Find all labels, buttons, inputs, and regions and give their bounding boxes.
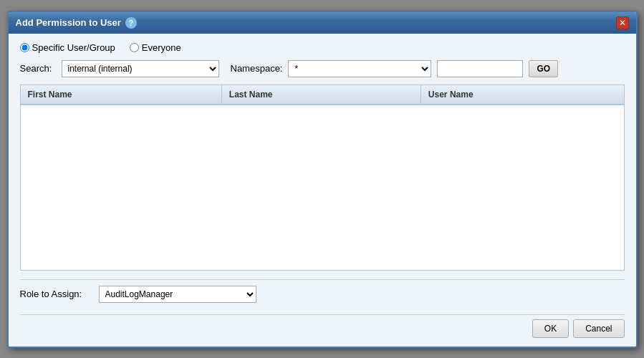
table-header: First Name Last Name User Name bbox=[21, 85, 624, 105]
add-permission-dialog: Add Permission to User ? ✕ Specific User… bbox=[7, 11, 638, 348]
everyone-radio-label[interactable]: Everyone bbox=[130, 42, 181, 53]
search-label: Search: bbox=[20, 63, 56, 74]
col-firstname: First Name bbox=[21, 85, 222, 105]
cancel-button[interactable]: Cancel bbox=[573, 319, 624, 338]
go-button[interactable]: GO bbox=[529, 60, 558, 77]
dialog-titlebar: Add Permission to User ? ✕ bbox=[9, 12, 636, 34]
everyone-label: Everyone bbox=[142, 42, 181, 53]
button-row: OK Cancel bbox=[20, 314, 625, 338]
search-row: Search: internal (internal) external (ex… bbox=[20, 60, 625, 77]
radio-row: Specific User/Group Everyone bbox=[20, 42, 625, 53]
col-lastname: Last Name bbox=[221, 85, 420, 105]
dialog-title: Add Permission to User bbox=[16, 17, 121, 28]
everyone-radio[interactable] bbox=[130, 43, 139, 52]
role-label: Role to Assign: bbox=[20, 289, 92, 299]
specific-user-label: Specific User/Group bbox=[32, 42, 115, 53]
user-table-container: First Name Last Name User Name bbox=[20, 84, 625, 271]
namespace-label: Namespace: bbox=[231, 63, 283, 74]
role-row: Role to Assign: AuditLogManager Admin Re… bbox=[20, 279, 625, 309]
dialog-title-left: Add Permission to User ? bbox=[16, 17, 137, 29]
namespace-input[interactable] bbox=[437, 60, 523, 77]
ok-button[interactable]: OK bbox=[532, 319, 569, 338]
help-icon[interactable]: ? bbox=[125, 17, 137, 29]
user-table: First Name Last Name User Name bbox=[21, 85, 624, 105]
specific-user-radio[interactable] bbox=[20, 43, 29, 52]
col-username: User Name bbox=[420, 85, 623, 105]
close-button[interactable]: ✕ bbox=[616, 16, 629, 29]
namespace-select[interactable]: * default admin bbox=[288, 60, 431, 77]
role-select[interactable]: AuditLogManager Admin Reader Writer bbox=[99, 286, 256, 303]
table-header-row: First Name Last Name User Name bbox=[21, 85, 624, 105]
dialog-body: Specific User/Group Everyone Search: int… bbox=[9, 34, 636, 347]
specific-user-radio-label[interactable]: Specific User/Group bbox=[20, 42, 115, 53]
search-select[interactable]: internal (internal) external (external) … bbox=[62, 60, 219, 77]
